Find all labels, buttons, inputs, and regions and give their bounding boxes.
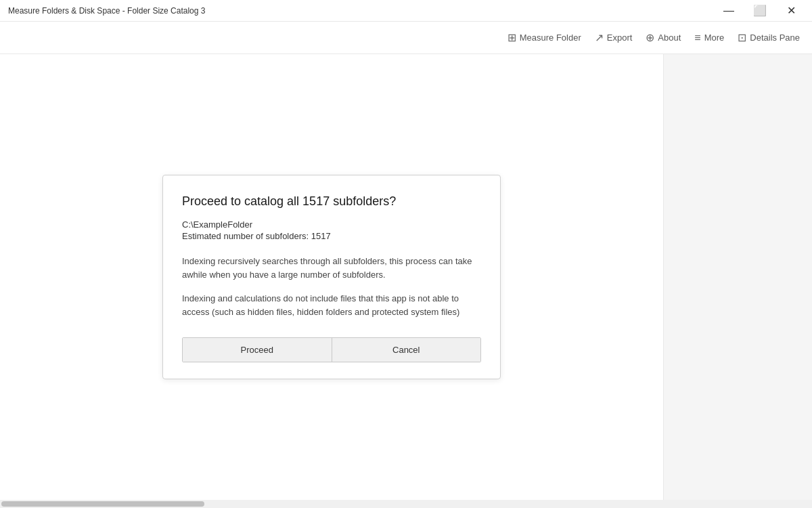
- content-area: Proceed to catalog all 1517 subfolders? …: [0, 54, 663, 500]
- about-label: About: [658, 33, 681, 43]
- toolbar: ⊞ Measure Folder ↗ Export ⊕ About ≡ More…: [0, 22, 812, 54]
- details-pane-label: Details Pane: [750, 33, 800, 43]
- more-icon: ≡: [694, 32, 700, 44]
- proceed-button[interactable]: Proceed: [183, 338, 332, 362]
- measure-folder-label: Measure Folder: [520, 33, 581, 43]
- dialog-info-1: Indexing recursively searches through al…: [182, 255, 481, 281]
- scrollbar-thumb[interactable]: [1, 501, 204, 507]
- details-pane-icon: ⊡: [738, 31, 746, 44]
- side-panel: [663, 54, 812, 500]
- export-button[interactable]: ↗ Export: [588, 27, 639, 48]
- scrollbar-container[interactable]: [0, 500, 812, 508]
- about-button[interactable]: ⊕ About: [639, 27, 687, 48]
- dialog-info-2: Indexing and calculations do not include…: [182, 292, 481, 318]
- cancel-button[interactable]: Cancel: [332, 338, 481, 362]
- measure-folder-icon: ⊞: [508, 31, 516, 44]
- about-icon: ⊕: [646, 31, 654, 44]
- details-pane-button[interactable]: ⊡ Details Pane: [731, 27, 807, 48]
- dialog-subfolder-count: Estimated number of subfolders: 1517: [182, 231, 481, 241]
- dialog-title: Proceed to catalog all 1517 subfolders?: [182, 194, 481, 209]
- export-label: Export: [607, 33, 633, 43]
- close-button[interactable]: ✕: [775, 0, 807, 22]
- export-icon: ↗: [595, 31, 604, 44]
- dialog: Proceed to catalog all 1517 subfolders? …: [162, 175, 501, 379]
- title-bar: Measure Folders & Disk Space - Folder Si…: [0, 0, 812, 22]
- minimize-button[interactable]: —: [713, 0, 744, 22]
- measure-folder-button[interactable]: ⊞ Measure Folder: [501, 27, 588, 48]
- maximize-button[interactable]: ⬜: [744, 0, 775, 22]
- main-content: Proceed to catalog all 1517 subfolders? …: [0, 54, 812, 500]
- dialog-buttons: Proceed Cancel: [182, 337, 481, 362]
- dialog-path: C:\ExampleFolder: [182, 219, 481, 230]
- more-label: More: [704, 33, 725, 43]
- app-title: Measure Folders & Disk Space - Folder Si…: [8, 6, 205, 16]
- window-controls: — ⬜ ✕: [713, 0, 807, 22]
- more-button[interactable]: ≡ More: [687, 28, 731, 48]
